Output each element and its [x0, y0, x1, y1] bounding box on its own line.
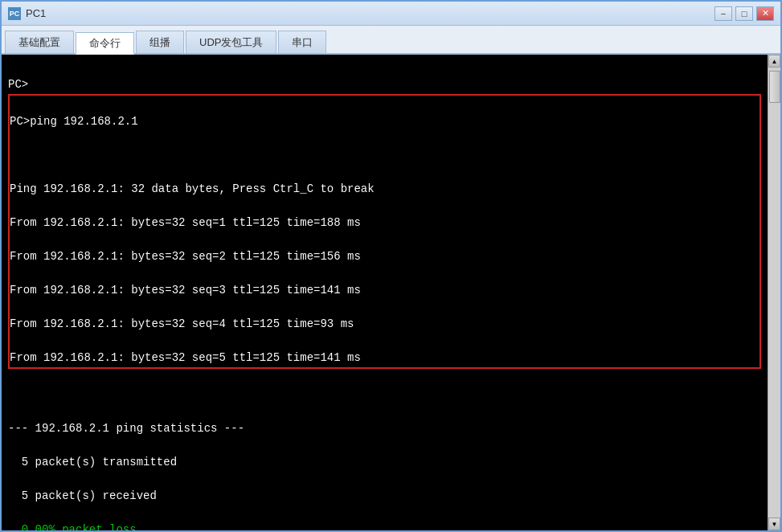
tab-multicast[interactable]: 组播	[136, 31, 184, 53]
scrollbar[interactable]: ▲ ▼	[768, 55, 780, 530]
terminal-line: --- 192.168.2.1 ping statistics ---	[8, 422, 244, 435]
terminal-line: 5 packet(s) received	[8, 489, 157, 502]
tab-udp[interactable]: UDP发包工具	[186, 31, 276, 53]
tab-basic[interactable]: 基础配置	[5, 31, 74, 53]
scroll-down-button[interactable]: ▼	[768, 518, 780, 530]
window-controls: − □ ✕	[714, 6, 774, 21]
tab-bar: 基础配置 命令行 组播 UDP发包工具 串口	[2, 26, 780, 55]
scroll-track[interactable]	[768, 68, 780, 518]
terminal-wrapper: PC> PC>ping 192.168.2.1 Ping 192.168.2.1…	[2, 55, 780, 530]
terminal-section-1: PC>ping 192.168.2.1 Ping 192.168.2.1: 32…	[8, 94, 761, 369]
maximize-button[interactable]: □	[735, 6, 753, 21]
close-button[interactable]: ✕	[756, 6, 774, 21]
minimize-button[interactable]: −	[714, 6, 732, 21]
title-bar: PC PC1 − □ ✕	[2, 2, 780, 26]
scroll-up-button[interactable]: ▲	[768, 55, 780, 68]
terminal-line-loss: 0.00% packet loss	[8, 523, 137, 530]
tab-serial[interactable]: 串口	[278, 31, 326, 53]
main-window: PC PC1 − □ ✕ 基础配置 命令行 组播 UDP发包工具 串口 PC> …	[0, 0, 782, 532]
tab-cmd[interactable]: 命令行	[76, 32, 134, 55]
app-icon: PC	[8, 7, 21, 20]
scroll-thumb[interactable]	[769, 71, 780, 103]
terminal-line: PC>	[8, 78, 28, 91]
terminal[interactable]: PC> PC>ping 192.168.2.1 Ping 192.168.2.1…	[2, 55, 768, 530]
terminal-line: 5 packet(s) transmitted	[8, 456, 177, 469]
window-title: PC1	[26, 7, 714, 19]
